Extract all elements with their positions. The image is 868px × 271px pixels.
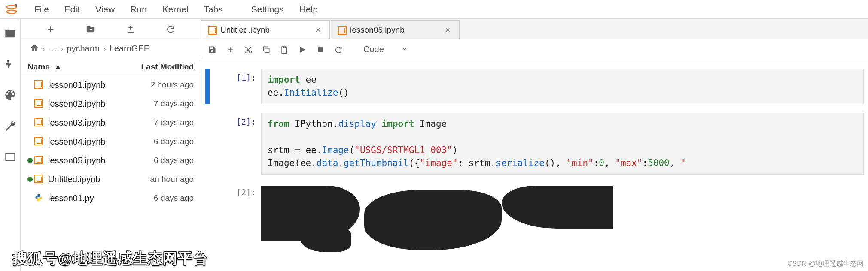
cell-run-indicator	[205, 183, 210, 252]
notebook-toolbar: Code	[201, 39, 868, 60]
file-modified: 6 days ago	[125, 137, 194, 146]
file-name: lesson05.ipynb	[48, 156, 125, 166]
file-row[interactable]: lesson02.ipynb7 days ago	[21, 94, 201, 113]
file-name: lesson02.ipynb	[48, 99, 125, 109]
status-placeholder	[27, 120, 33, 125]
celltype-dropdown[interactable]: Code	[359, 44, 412, 55]
file-row[interactable]: lesson01.ipynb2 hours ago	[21, 75, 201, 94]
paste-icon[interactable]	[280, 45, 289, 54]
output-cell: [2]:	[205, 183, 864, 252]
tab-label: Untitled.ipynb	[220, 25, 270, 35]
watermark-text: CSDN @地理遥感生态网	[787, 259, 864, 268]
breadcrumb-item[interactable]: LearnGEE	[107, 44, 152, 54]
notebook-file-icon	[34, 156, 44, 165]
save-icon[interactable]	[208, 45, 216, 54]
close-icon[interactable]: ×	[443, 24, 452, 36]
chevron-right-icon: ›	[41, 44, 46, 54]
notebook-file-icon	[34, 175, 44, 184]
python-file-icon	[34, 193, 44, 203]
file-name: lesson04.ipynb	[48, 137, 125, 147]
cells-container: [1]:import ee ee.Initialize()[2]:from IP…	[201, 60, 868, 271]
file-row[interactable]: lesson05.ipynb6 days ago	[21, 151, 201, 170]
file-modified: 6 days ago	[125, 156, 194, 165]
palette-icon[interactable]	[4, 89, 16, 101]
breadcrumb: › … › pycharm › LearnGEE	[21, 39, 201, 58]
svg-rect-7	[265, 48, 269, 52]
svg-point-2	[15, 4, 17, 6]
code-cell[interactable]: [2]:from IPython.display import Image sr…	[205, 113, 864, 175]
menubar: File Edit View Run Kernel Tabs Settings …	[0, 0, 868, 19]
code-editor[interactable]: import ee ee.Initialize()	[261, 69, 864, 104]
cut-icon[interactable]	[244, 45, 253, 54]
tab-bar: Untitled.ipynb×lesson05.ipynb×	[201, 19, 868, 39]
menu-kernel[interactable]: Kernel	[155, 2, 196, 17]
chevron-right-icon: ›	[60, 44, 64, 54]
column-name[interactable]: Name	[27, 62, 50, 72]
output-prompt: [2]:	[227, 183, 261, 252]
svg-rect-10	[318, 47, 323, 52]
status-placeholder	[27, 101, 33, 106]
watermark-text: 搜狐号@地理遥感生态网平台	[13, 249, 208, 268]
cell-prompt: [2]:	[227, 113, 261, 175]
menu-run[interactable]: Run	[122, 2, 155, 17]
notebook-icon	[208, 26, 216, 34]
stop-icon[interactable]	[316, 45, 325, 54]
file-row[interactable]: lesson01.py6 days ago	[21, 189, 201, 208]
notebook-file-icon	[34, 118, 44, 127]
add-cell-icon[interactable]	[226, 45, 235, 54]
file-row[interactable]: Untitled.ipynban hour ago	[21, 170, 201, 189]
notebook-tab[interactable]: lesson05.ipynb×	[331, 20, 460, 39]
copy-icon[interactable]	[262, 45, 271, 54]
new-folder-icon[interactable]	[86, 24, 95, 34]
wrench-icon[interactable]	[4, 120, 16, 132]
file-modified: 6 days ago	[125, 193, 194, 203]
menu-view[interactable]: View	[88, 2, 122, 17]
notebook-file-icon	[34, 80, 44, 90]
activity-bar	[0, 19, 21, 271]
tab-label: lesson05.ipynb	[350, 25, 405, 35]
restart-icon[interactable]	[334, 45, 343, 54]
main-area: › … › pycharm › LearnGEE Name ▲ Last Mod…	[0, 19, 868, 271]
breadcrumb-overflow[interactable]: …	[46, 44, 60, 54]
svg-point-0	[7, 5, 16, 9]
running-icon[interactable]	[4, 58, 16, 70]
run-icon[interactable]	[298, 45, 307, 54]
home-icon[interactable]	[27, 43, 41, 54]
file-modified: an hour ago	[125, 175, 194, 184]
file-modified: 7 days ago	[125, 118, 194, 127]
file-name: lesson01.ipynb	[48, 80, 125, 90]
notebook-file-icon	[34, 137, 44, 146]
breadcrumb-item[interactable]: pycharm	[64, 44, 102, 54]
menu-edit[interactable]: Edit	[57, 2, 88, 17]
menu-help[interactable]: Help	[292, 2, 326, 17]
sort-ascending-icon[interactable]: ▲	[54, 62, 62, 72]
menu-file[interactable]: File	[27, 2, 57, 17]
celltype-label: Code	[363, 45, 384, 54]
code-cell[interactable]: [1]:import ee ee.Initialize()	[205, 69, 864, 104]
close-icon[interactable]: ×	[314, 24, 323, 36]
refresh-icon[interactable]	[166, 24, 175, 34]
svg-point-3	[7, 60, 9, 62]
notebook-area: Untitled.ipynb×lesson05.ipynb× Code [1]:…	[201, 19, 868, 271]
file-name: lesson03.ipynb	[48, 118, 125, 128]
file-row[interactable]: lesson03.ipynb7 days ago	[21, 113, 201, 132]
menu-tabs[interactable]: Tabs	[196, 2, 230, 17]
status-placeholder	[27, 82, 33, 87]
cell-prompt: [1]:	[227, 69, 261, 104]
notebook-icon	[338, 26, 346, 34]
notebook-tab[interactable]: Untitled.ipynb×	[201, 20, 330, 39]
output-image	[261, 186, 613, 252]
running-indicator-icon	[27, 177, 33, 182]
upload-icon[interactable]	[126, 24, 135, 34]
file-row[interactable]: lesson04.ipynb6 days ago	[21, 132, 201, 151]
code-editor[interactable]: from IPython.display import Image srtm =…	[261, 113, 864, 175]
running-indicator-icon	[27, 158, 33, 163]
new-launcher-icon[interactable]	[46, 24, 55, 34]
folder-icon[interactable]	[4, 27, 16, 39]
tabs-icon[interactable]	[4, 151, 16, 163]
cell-run-indicator	[205, 69, 210, 104]
column-modified[interactable]: Last Modified	[125, 62, 194, 72]
status-placeholder	[27, 139, 33, 144]
file-name: lesson01.py	[48, 193, 125, 203]
menu-settings[interactable]: Settings	[244, 2, 292, 17]
